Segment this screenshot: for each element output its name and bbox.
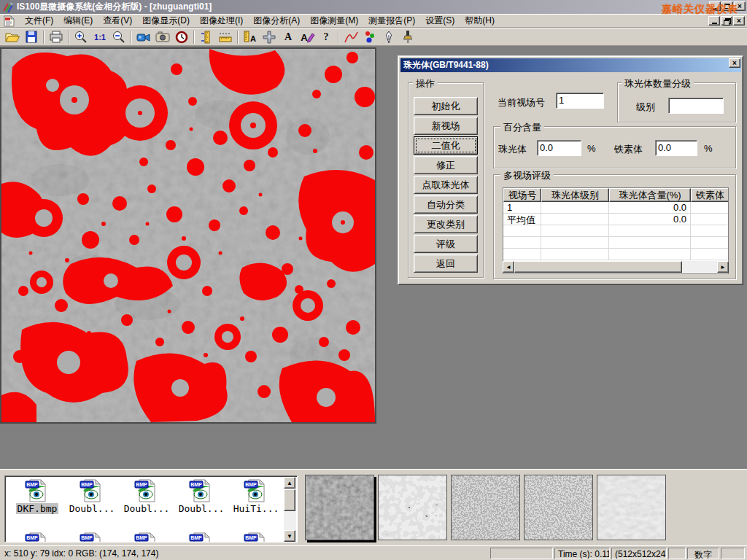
table-row-empty xyxy=(503,237,729,249)
mdi-close-button[interactable]: × xyxy=(733,16,745,26)
bmp-file-icon: BMP xyxy=(134,532,159,542)
file-item-partial[interactable]: BMP xyxy=(120,532,173,542)
pen-tool-icon[interactable] xyxy=(379,29,398,45)
window-title: IS100显微摄像系统(金相分析版) - [zhuguangti01] xyxy=(17,1,212,13)
micrograph-image[interactable] xyxy=(0,47,376,424)
vertical-caliper-icon[interactable] xyxy=(197,29,216,45)
file-item[interactable]: BMP HuiTi... xyxy=(230,478,282,514)
menu-image-display[interactable]: 图像显示(D) xyxy=(137,14,195,28)
count-markers-icon[interactable] xyxy=(360,29,379,45)
scrollbar-thumb[interactable] xyxy=(284,489,295,511)
file-item-partial[interactable]: BMP xyxy=(230,532,282,542)
svg-text:BMP: BMP xyxy=(81,535,93,540)
toolbar-separator xyxy=(68,31,69,44)
column-header-ferrite[interactable]: 铁素体 xyxy=(691,188,729,202)
grade-button[interactable]: 评级 xyxy=(414,235,478,253)
file-item[interactable]: BMP Doubl... xyxy=(120,478,173,514)
dialog-close-button[interactable]: × xyxy=(729,58,740,68)
file-list[interactable]: BMP DKF.bmp BMP Doubl... BMP Doubl... xyxy=(4,475,298,542)
timer-clock-icon[interactable] xyxy=(172,29,191,45)
menu-report[interactable]: 测量报告(P) xyxy=(363,14,420,28)
file-item-partial[interactable]: BMP xyxy=(66,532,118,542)
file-item[interactable]: BMP Doubl... xyxy=(175,478,228,514)
file-name[interactable]: Doubl... xyxy=(68,503,117,514)
menu-image-measure[interactable]: 图像测量(M) xyxy=(305,14,363,28)
scroll-right-arrow[interactable]: ► xyxy=(717,261,729,273)
binarize-button[interactable]: 二值化 xyxy=(414,136,478,155)
table-row-empty xyxy=(503,225,729,237)
thumbnail-2[interactable] xyxy=(378,475,447,540)
change-class-button[interactable]: 更改类别 xyxy=(414,215,478,233)
title-bar: IS100显微摄像系统(金相分析版) - [zhuguangti01] × xyxy=(0,0,747,14)
table-row[interactable]: 1 0.0 xyxy=(503,202,729,214)
column-header-pearlite[interactable]: 珠光体含量(%) xyxy=(609,188,691,202)
menu-help[interactable]: 帮助(H) xyxy=(460,14,500,28)
ferrite-percent-input[interactable]: 0.0 xyxy=(655,140,697,156)
camera-capture-icon[interactable] xyxy=(153,29,172,45)
file-name[interactable]: HuiTi... xyxy=(232,503,281,514)
menu-image-analysis[interactable]: 图像分析(A) xyxy=(248,14,305,28)
correct-button[interactable]: 修正 xyxy=(414,156,478,174)
menu-settings[interactable]: 设置(S) xyxy=(420,14,460,28)
auto-classify-button[interactable]: 自动分类 xyxy=(414,195,478,214)
zoom-in-icon[interactable] xyxy=(71,29,90,45)
current-field-input[interactable]: 1 xyxy=(556,93,604,109)
save-icon[interactable] xyxy=(22,29,41,45)
scroll-up-arrow[interactable]: ▲ xyxy=(284,477,295,489)
new-field-button[interactable]: 新视场 xyxy=(414,117,478,135)
dialog-title-bar[interactable]: 珠光体(GB/T9441-88) xyxy=(400,58,741,72)
svg-text:BMP: BMP xyxy=(190,535,202,540)
bmp-file-icon: BMP xyxy=(189,478,214,503)
percent-group-label: 百分含量 xyxy=(500,121,544,134)
video-capture-icon[interactable] xyxy=(134,29,153,45)
return-button[interactable]: 返回 xyxy=(414,254,478,273)
grid-cross-icon[interactable] xyxy=(260,29,279,45)
level-input[interactable] xyxy=(668,98,724,114)
actual-size-icon[interactable]: 1:1 xyxy=(90,29,109,45)
file-name[interactable]: DKF.bmp xyxy=(16,503,59,514)
pick-pearlite-button[interactable]: 点取珠光体 xyxy=(414,176,478,194)
toolbar-separator xyxy=(131,31,132,44)
thumbnail-3[interactable] xyxy=(451,475,520,540)
scroll-left-arrow[interactable]: ◄ xyxy=(503,261,514,273)
mdi-restore-button[interactable] xyxy=(721,16,732,26)
file-browser-panel: BMP DKF.bmp BMP Doubl... BMP Doubl... xyxy=(0,469,747,545)
pearlite-percent-input[interactable]: 0.0 xyxy=(537,140,581,156)
column-header-field[interactable]: 视场号 xyxy=(503,188,541,202)
table-row[interactable]: 平均值 0.0 xyxy=(503,214,729,225)
menu-file[interactable]: 文件(F) xyxy=(20,14,58,28)
status-panel-empty xyxy=(490,548,553,559)
file-item[interactable]: BMP DKF.bmp xyxy=(11,478,63,514)
print-icon[interactable] xyxy=(47,29,66,45)
current-field-label: 当前视场号 xyxy=(498,96,545,109)
init-button[interactable]: 初始化 xyxy=(414,97,478,115)
column-header-grade[interactable]: 珠光体级别 xyxy=(541,188,609,202)
file-item-partial[interactable]: BMP xyxy=(175,532,228,542)
curve-tool-icon[interactable] xyxy=(341,29,360,45)
menu-view[interactable]: 查看(V) xyxy=(98,14,137,28)
file-item-partial[interactable]: BMP xyxy=(11,532,63,542)
help-icon[interactable]: ? xyxy=(317,29,336,45)
scroll-down-arrow[interactable]: ▼ xyxy=(284,530,295,542)
text-annotation-icon[interactable]: A xyxy=(279,29,298,45)
scrollbar-thumb[interactable] xyxy=(514,261,682,273)
menu-image-processing[interactable]: 图像处理(I) xyxy=(195,14,248,28)
brush-tool-icon[interactable] xyxy=(398,29,417,45)
file-name[interactable]: Doubl... xyxy=(123,503,171,514)
svg-text:BMP: BMP xyxy=(81,482,93,487)
svg-text:BMP: BMP xyxy=(136,482,147,487)
file-list-scrollbar[interactable]: ▲ ▼ xyxy=(284,477,296,542)
measure-text-icon[interactable]: A xyxy=(241,29,260,45)
thumbnail-5[interactable] xyxy=(597,475,666,540)
horizontal-ruler-icon[interactable] xyxy=(216,29,235,45)
open-file-icon[interactable] xyxy=(3,29,22,45)
mdi-minimize-button[interactable] xyxy=(708,16,720,26)
menu-edit[interactable]: 编辑(E) xyxy=(58,14,98,28)
edit-annotation-icon[interactable]: A xyxy=(298,29,317,45)
thumbnail-4[interactable] xyxy=(524,475,593,540)
zoom-out-icon[interactable] xyxy=(109,29,128,45)
file-name[interactable]: Doubl... xyxy=(177,503,226,514)
thumbnail-1[interactable] xyxy=(305,475,374,540)
table-horizontal-scrollbar[interactable]: ◄ ► xyxy=(503,261,729,273)
file-item[interactable]: BMP Doubl... xyxy=(66,478,118,514)
